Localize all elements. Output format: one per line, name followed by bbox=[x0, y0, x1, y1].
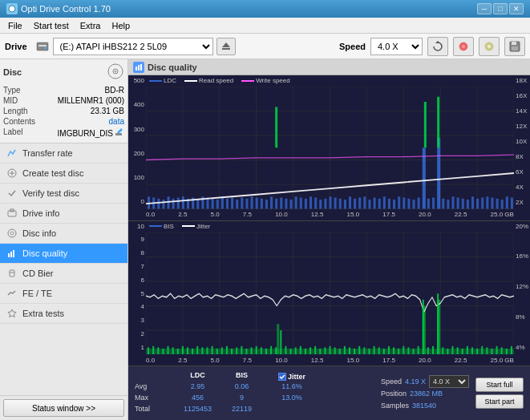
menu-extra[interactable]: Extra bbox=[75, 19, 106, 32]
sidebar-item-cd-bier[interactable]: CD Bier bbox=[0, 264, 127, 284]
action-buttons: Start full Start part bbox=[472, 376, 527, 410]
svg-rect-66 bbox=[212, 199, 214, 209]
svg-rect-87 bbox=[314, 198, 317, 209]
samples-label: Samples bbox=[381, 402, 409, 410]
svg-rect-107 bbox=[413, 200, 415, 208]
svg-rect-98 bbox=[368, 200, 370, 208]
svg-rect-69 bbox=[226, 199, 229, 209]
svg-rect-158 bbox=[172, 347, 174, 354]
svg-rect-118 bbox=[467, 200, 469, 208]
svg-rect-122 bbox=[486, 196, 488, 208]
svg-rect-208 bbox=[418, 345, 419, 354]
minimize-button[interactable]: ─ bbox=[477, 3, 492, 14]
svg-rect-184 bbox=[300, 345, 301, 354]
svg-rect-189 bbox=[324, 347, 326, 354]
svg-rect-187 bbox=[314, 345, 316, 354]
sidebar-item-verify-test-disc[interactable]: Verify test disc bbox=[0, 184, 127, 204]
speed-selector[interactable]: 4.0 X bbox=[370, 38, 423, 55]
svg-rect-123 bbox=[491, 198, 493, 209]
svg-point-10 bbox=[488, 45, 491, 48]
start-part-button[interactable]: Start part bbox=[475, 394, 524, 409]
bis-color bbox=[149, 225, 162, 227]
sidebar-item-create-test-disc[interactable]: Create test disc bbox=[0, 164, 127, 184]
svg-rect-224 bbox=[496, 345, 498, 354]
contents-label: Contents bbox=[3, 117, 47, 126]
svg-rect-82 bbox=[290, 200, 293, 208]
jitter-legend: Jitter bbox=[182, 223, 210, 230]
svg-rect-213 bbox=[442, 347, 443, 354]
svg-rect-59 bbox=[177, 198, 180, 209]
sidebar-item-disc-info[interactable]: Disc info bbox=[0, 224, 127, 244]
sidebar-item-disc-quality[interactable]: Disc quality bbox=[0, 244, 127, 264]
svg-rect-162 bbox=[192, 348, 193, 354]
top-x-axis: 0.0 2.5 5.0 7.5 10.0 12.5 15.0 17.5 20.0… bbox=[146, 209, 514, 220]
status-window-button[interactable]: Status window >> bbox=[3, 399, 124, 417]
menu-bar: File Start test Extra Help bbox=[0, 18, 530, 34]
eject-button[interactable] bbox=[216, 38, 236, 55]
sidebar-item-extra-tests[interactable]: Extra tests bbox=[0, 304, 127, 324]
sidebar-item-transfer-rate[interactable]: Transfer rate bbox=[0, 143, 127, 164]
svg-rect-29 bbox=[10, 270, 14, 277]
disc-section-title: Disc bbox=[3, 67, 22, 77]
svg-rect-86 bbox=[310, 196, 312, 208]
bottom-x-axis: 0.0 2.5 5.0 7.5 10.0 12.5 15.0 17.5 20.0… bbox=[146, 354, 514, 365]
menu-start-test[interactable]: Start test bbox=[29, 19, 74, 32]
sidebar-item-drive-info[interactable]: Drive info bbox=[0, 204, 127, 224]
quality-header: Disc quality bbox=[128, 59, 530, 75]
jitter-checkbox[interactable] bbox=[278, 373, 286, 381]
sidebar-item-fe-te[interactable]: FE / TE bbox=[0, 284, 127, 304]
svg-rect-182 bbox=[290, 348, 292, 354]
app-title: Opti Drive Control 1.70 bbox=[21, 4, 111, 14]
svg-rect-216 bbox=[457, 347, 459, 354]
svg-rect-207 bbox=[413, 348, 415, 354]
svg-rect-113 bbox=[442, 199, 444, 209]
svg-rect-186 bbox=[310, 347, 311, 354]
svg-rect-128 bbox=[275, 107, 277, 147]
svg-rect-173 bbox=[245, 348, 247, 354]
svg-rect-204 bbox=[398, 348, 399, 354]
drive-selector[interactable]: (E:) ATAPI iHBS212 2 5L09 bbox=[53, 38, 213, 55]
close-button[interactable]: ✕ bbox=[509, 3, 524, 14]
disc-quality-icon bbox=[6, 248, 18, 259]
svg-rect-181 bbox=[285, 345, 286, 354]
status-section: Status window >> bbox=[0, 395, 127, 420]
speed-target-select[interactable]: 4.0 X bbox=[429, 375, 469, 388]
svg-rect-200 bbox=[378, 347, 380, 354]
bottom-chart: BIS Jitter 10 9 8 7 6 5 4 bbox=[128, 221, 530, 366]
stats-bis-col: BIS 0.06 9 22119 bbox=[220, 370, 264, 417]
svg-rect-85 bbox=[305, 199, 307, 209]
svg-rect-124 bbox=[496, 199, 499, 209]
bis-legend: BIS bbox=[149, 223, 174, 230]
menu-file[interactable]: File bbox=[3, 19, 27, 32]
ldc-color bbox=[149, 80, 162, 82]
svg-rect-12 bbox=[512, 42, 516, 45]
svg-rect-155 bbox=[157, 347, 159, 354]
speed-col-value: 4.19 X bbox=[405, 378, 426, 386]
disc-button-1[interactable] bbox=[453, 37, 474, 56]
svg-rect-67 bbox=[216, 200, 219, 208]
main-layout: Disc Type BD-R MID MILLENMR1 (000) Lengt… bbox=[0, 59, 530, 420]
maximize-button[interactable]: □ bbox=[493, 3, 508, 14]
max-label: Max bbox=[135, 394, 172, 405]
svg-rect-196 bbox=[358, 345, 360, 354]
svg-rect-34 bbox=[140, 64, 142, 71]
start-full-button[interactable]: Start full bbox=[475, 378, 524, 392]
extra-tests-icon bbox=[6, 308, 18, 319]
label-edit-icon[interactable] bbox=[115, 127, 124, 139]
svg-rect-116 bbox=[457, 198, 459, 209]
svg-rect-217 bbox=[462, 348, 463, 354]
refresh-button[interactable] bbox=[427, 37, 448, 56]
toolbar: Drive (E:) ATAPI iHBS212 2 5L09 Speed 4.… bbox=[0, 34, 530, 59]
svg-rect-222 bbox=[486, 347, 488, 354]
save-button[interactable] bbox=[504, 37, 525, 56]
menu-help[interactable]: Help bbox=[107, 19, 135, 32]
quality-title: Disc quality bbox=[148, 63, 197, 72]
svg-rect-88 bbox=[319, 200, 322, 208]
svg-rect-195 bbox=[354, 348, 355, 354]
svg-rect-168 bbox=[221, 347, 223, 354]
svg-rect-225 bbox=[501, 347, 503, 354]
jitter-col-header: Jitter bbox=[288, 373, 305, 381]
svg-rect-206 bbox=[407, 347, 409, 354]
disc-button-2[interactable] bbox=[479, 37, 500, 56]
drive-icon bbox=[35, 39, 50, 54]
